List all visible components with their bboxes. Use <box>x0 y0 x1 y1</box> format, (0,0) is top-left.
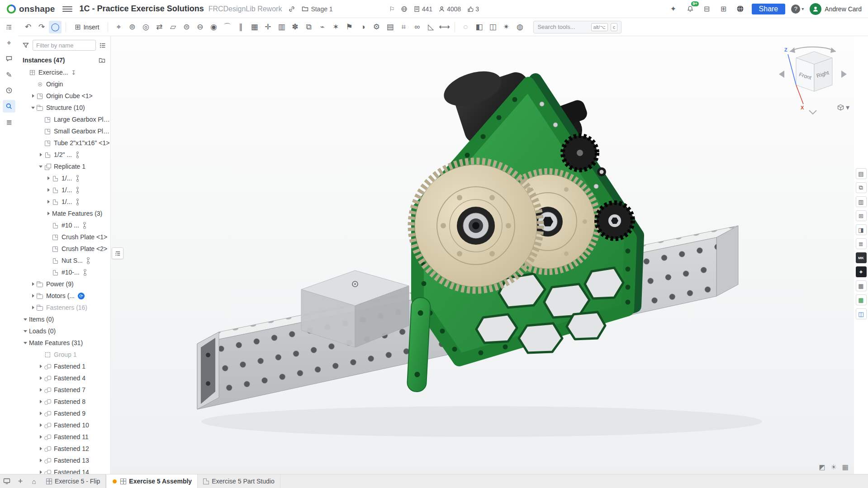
caret-icon[interactable] <box>38 445 44 452</box>
copy-link-icon[interactable] <box>286 4 297 14</box>
caret-icon[interactable] <box>30 281 37 287</box>
follow-mode-icon[interactable]: ⌖ <box>3 37 15 49</box>
mate-connector-icon[interactable]: ✛ <box>261 21 274 33</box>
display-states-icon[interactable]: ◑ <box>356 21 369 33</box>
dots-icon[interactable] <box>75 175 79 182</box>
belts-icon[interactable]: ∞ <box>411 21 423 33</box>
circular-pattern-icon[interactable]: ✽ <box>289 21 301 33</box>
share-button[interactable]: Share <box>752 4 786 14</box>
filter-input[interactable] <box>33 40 96 51</box>
tree-item-fastened-4[interactable]: Fastened 4 <box>21 372 110 384</box>
likes-stat[interactable]: 3 <box>467 5 479 13</box>
tree-item-mate-features-3[interactable]: Mate Features (3) <box>21 208 110 219</box>
dots-icon[interactable] <box>82 222 86 229</box>
hide-show-icon[interactable]: ◍ <box>513 21 526 33</box>
caret-icon[interactable] <box>46 187 52 193</box>
app-store-icon[interactable]: ⊞ <box>718 4 729 14</box>
dots-icon[interactable] <box>75 187 79 194</box>
tree-item-1-2[interactable]: 1/2" ... <box>21 149 110 161</box>
caret-icon[interactable] <box>38 363 44 370</box>
tab-exercise-5-part-studio[interactable]: Exercise 5 Part Studio <box>198 474 280 488</box>
tree-item-items-0[interactable]: Items (0) <box>21 313 110 325</box>
tree-item-fasteners-16[interactable]: Fasteners (16) <box>21 302 110 313</box>
assembly-3d-view[interactable] <box>111 36 854 474</box>
toolbox-app-icon[interactable]: ✦ <box>856 266 867 277</box>
dots-icon[interactable] <box>83 269 87 276</box>
caret-icon[interactable] <box>38 152 44 158</box>
mate-icon[interactable]: ⌖ <box>112 21 125 33</box>
add-folder-icon[interactable] <box>98 56 106 64</box>
tree-item-crush-plate-2[interactable]: Crush Plate <2> <box>21 243 110 255</box>
tree-item-10[interactable]: #10 ... <box>21 219 110 231</box>
group-icon[interactable]: ▦ <box>248 21 261 33</box>
configurations-icon[interactable]: ⚙ <box>370 21 383 33</box>
dots-icon[interactable] <box>75 152 79 158</box>
snap-mode-icon[interactable]: ⌁ <box>316 21 328 33</box>
caret-icon[interactable] <box>30 104 37 111</box>
mkcad-app-icon[interactable]: MK <box>856 252 867 263</box>
tree-item-fastened-9[interactable]: Fastened 9 <box>21 407 110 419</box>
frames-icon[interactable]: ⌗ <box>397 21 410 33</box>
section-view-icon[interactable]: ◫ <box>486 21 499 33</box>
grid-app-icon[interactable]: ▦ <box>856 280 867 291</box>
search-icon[interactable] <box>3 100 15 113</box>
tree-item-fastened-10[interactable]: Fastened 10 <box>21 419 110 431</box>
tree-item-mate-features-31[interactable]: Mate Features (31) <box>21 337 110 349</box>
tree-item-large-gearbox-pla[interactable]: Large Gearbox Pla... <box>21 114 110 125</box>
history-icon[interactable] <box>3 84 15 97</box>
measure-icon[interactable]: ⟷ <box>438 21 451 33</box>
tree-item-tube-2-x1-x16-1[interactable]: Tube 2"x1"x16" <1> <box>21 137 110 149</box>
tree-item-fastened-11[interactable]: Fastened 11 <box>21 431 110 443</box>
caret-icon[interactable] <box>38 398 44 405</box>
tree-item-crush-plate-1[interactable]: Crush Plate <1> <box>21 231 110 243</box>
cylindrical-mate-icon[interactable]: ⊜ <box>180 21 193 33</box>
fastened-mate-icon[interactable]: ⊚ <box>126 21 138 33</box>
insert-button[interactable]: ⊞Insert <box>70 20 104 34</box>
sheet-metal-icon[interactable]: ◺ <box>424 21 437 33</box>
rotate-down-button[interactable] <box>809 110 816 114</box>
output-pinion-part[interactable] <box>597 203 633 239</box>
caret-icon[interactable] <box>30 304 37 311</box>
sketch-icon[interactable]: ◯ <box>49 21 62 33</box>
caret-icon[interactable] <box>30 293 37 299</box>
caret-icon[interactable] <box>30 93 37 99</box>
flag-icon[interactable]: ⚐ <box>389 5 395 13</box>
pin-slot-mate-icon[interactable]: ⊖ <box>194 21 206 33</box>
search-tools[interactable]: alt/⌥ c <box>533 21 621 33</box>
bom-panel-icon[interactable]: ▤ <box>856 168 867 179</box>
exploded-view-icon[interactable]: ✴ <box>500 21 512 33</box>
dots-icon[interactable] <box>86 257 90 264</box>
dots-icon[interactable] <box>75 199 79 205</box>
slider-mate-icon[interactable]: ⇄ <box>153 21 166 33</box>
display-panel-icon[interactable]: ◨ <box>856 224 867 235</box>
screen-share-icon[interactable] <box>0 474 14 488</box>
followers-stat[interactable]: 4008 <box>439 5 461 13</box>
onshape-logo[interactable]: onshape <box>6 4 55 14</box>
home-icon[interactable]: ⌂ <box>27 474 41 488</box>
caret-icon[interactable] <box>38 422 44 428</box>
tree-item-group-1[interactable]: Group 1 <box>21 349 110 360</box>
caret-icon[interactable] <box>23 316 29 322</box>
tree-item-origin[interactable]: Origin <box>21 78 110 90</box>
shadows-icon[interactable]: ☀ <box>830 463 836 471</box>
tangent-mate-icon[interactable]: ⌒ <box>221 21 233 33</box>
anchor-icon[interactable]: ↧ <box>71 69 76 76</box>
parallel-relation-icon[interactable]: ∥ <box>234 21 247 33</box>
version-button[interactable]: Stage 1 <box>302 5 332 13</box>
sync-icon[interactable]: ⟳ <box>78 293 85 299</box>
tab-exercise-5-flip[interactable]: Exercise 5 - Flip <box>41 474 106 488</box>
list-view-icon[interactable] <box>99 41 107 49</box>
undo-icon[interactable]: ↶ <box>22 21 34 33</box>
menu-icon[interactable] <box>62 4 72 14</box>
tree-item-motors[interactable]: Motors (...⟳ <box>21 290 110 302</box>
caret-icon[interactable] <box>23 328 29 334</box>
ai-advisor-icon[interactable]: ✦ <box>668 4 679 14</box>
tree-item-fastened-8[interactable]: Fastened 8 <box>21 396 110 407</box>
redo-icon[interactable]: ↷ <box>35 21 48 33</box>
notifications-bell-icon[interactable]: 9+ <box>685 4 696 14</box>
instances-panel-icon[interactable] <box>3 21 15 33</box>
ball-mate-icon[interactable]: ◉ <box>207 21 220 33</box>
filter-icon[interactable] <box>22 41 30 49</box>
tree-item-1[interactable]: 1/... <box>21 196 110 208</box>
named-positions-icon[interactable]: ⚑ <box>343 21 356 33</box>
